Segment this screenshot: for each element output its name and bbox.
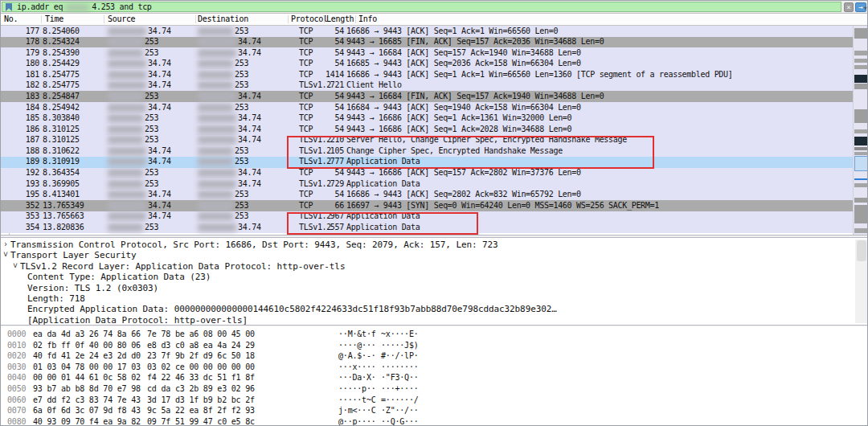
scrollbar-mark — [854, 75, 868, 83]
hex-row[interactable]: 003001 03 04 78 00 00 17 0303 02 ce 00 0… — [1, 363, 853, 374]
cell-length: 54 — [309, 37, 344, 46]
cell-length: 721 — [309, 80, 344, 89]
col-protocol[interactable]: Protocol — [291, 14, 328, 23]
expand-expanded-icon[interactable]: ˅ — [13, 261, 18, 271]
hex-row[interactable]: 002040 fd 41 2e 24 e3 2d d023 7f 9b 2f d… — [1, 351, 853, 363]
col-info[interactable]: Info — [358, 14, 377, 23]
details-scrollbar[interactable] — [855, 240, 868, 323]
col-length[interactable]: Length — [326, 14, 354, 23]
cell-source: 34.74 — [108, 59, 171, 68]
packet-list[interactable]: 1778.25406034.74253TCP5416686 → 9443 [AC… — [1, 26, 853, 235]
hex-bytes: cd da c3 2b 89 e3 02 96 — [147, 384, 255, 393]
detail-text: Transport Layer Security — [10, 250, 137, 260]
packet-row-187[interactable]: 1878.31012525334.74TLSv1.2210Server Hell… — [1, 135, 853, 146]
hex-row[interactable]: 004000 00 01 44 61 0c 58 02f4 22 46 33 d… — [1, 373, 853, 384]
cell-length: 54 — [309, 103, 344, 112]
redacted-ip — [198, 169, 236, 177]
col-time[interactable]: Time — [45, 14, 63, 23]
redacted-ip — [108, 136, 143, 144]
cell-no: 192 — [1, 168, 39, 177]
expand-expanded-icon[interactable]: ˅ — [3, 250, 8, 260]
packet-row-180[interactable]: 1808.25442934.74253TCP5416685 → 9443 [AC… — [1, 59, 853, 70]
detail-line[interactable]: Content Type: Application Data (23) — [1, 272, 853, 282]
packet-row-192[interactable]: 1928.36435425334.74TCP549443 → 16686 [AC… — [1, 168, 853, 179]
hex-ascii: ··Q·G··· — [381, 417, 419, 426]
filter-dropdown-icon[interactable]: ▼ — [864, 5, 867, 10]
expand-collapsed-icon[interactable]: › — [3, 240, 8, 248]
cell-source: 34.74 — [108, 27, 171, 35]
col-destination[interactable]: Destination — [198, 14, 248, 23]
packet-row-352[interactable]: 35213.76534934.74253TCP6616697 → 9443 [S… — [1, 200, 853, 211]
detail-line[interactable]: Version: TLS 1.2 (0x0303) — [1, 283, 853, 293]
detail-line[interactable]: [Application Data Protocol: http-over-tl… — [1, 315, 853, 325]
detail-text: [Application Data Protocol: http-over-tl… — [27, 315, 248, 325]
detail-line[interactable]: Length: 718 — [1, 293, 853, 304]
cell-source: 34.74 — [108, 146, 171, 155]
detail-text: TLSv1.2 Record Layer: Application Data P… — [20, 261, 345, 272]
packet-row-186[interactable]: 1868.31012525334.74TCP549443 → 16686 [AC… — [1, 124, 853, 135]
packet-row-353[interactable]: 35313.76566334.74253TLSv1.2967Applicatio… — [1, 211, 853, 223]
packet-row-193[interactable]: 1938.36990525334.74TLSv1.2729Application… — [1, 178, 853, 190]
cell-source: 253 — [108, 179, 158, 188]
packet-details-pane[interactable]: ›Transmission Control Protocol, Src Port… — [1, 238, 868, 325]
cell-length: 54 — [309, 92, 344, 100]
col-source[interactable]: Source — [108, 14, 135, 23]
cell-no: 182 — [1, 80, 39, 89]
hex-ascii: ···Da·X· — [338, 373, 376, 382]
cell-time: 8.310125 — [43, 135, 80, 144]
packet-row-181[interactable]: 1818.25477534.74253TCP141416686 → 9443 [… — [1, 69, 853, 80]
cell-info: 9443 → 16686 [ACK] Seq=1 Ack=2028 Win=34… — [346, 125, 571, 133]
packet-row-184[interactable]: 1848.25494234.74253TCP5416684 → 9443 [AC… — [1, 102, 853, 113]
cell-destination: 34.74 — [198, 113, 261, 122]
cell-no: 187 — [1, 135, 39, 144]
detail-line[interactable]: ›Transmission Control Protocol, Src Port… — [1, 240, 853, 250]
packet-row-179[interactable]: 1798.25439025334.74TCP549443 → 16684 [AC… — [1, 47, 853, 59]
detail-line[interactable]: Encrypted Application Data: 000000000000… — [1, 304, 853, 314]
detail-line[interactable]: ˅TLSv1.2 Record Layer: Application Data … — [1, 261, 853, 272]
scrollbar-mark — [854, 109, 868, 123]
packet-row-178[interactable]: 1788.25432425334.74TCP549443 → 16685 [FI… — [1, 37, 853, 48]
cell-time: 8.413401 — [43, 190, 80, 199]
cell-info: 16685 → 9443 [ACK] Seq=2036 Ack=158 Win=… — [346, 59, 581, 68]
hex-row[interactable]: 00706a 0f 6d 3c 07 9d f8 439c 5a 22 ea 8… — [1, 406, 853, 417]
cell-info: 9443 → 16684 [FIN, ACK] Seq=157 Ack=1940… — [346, 92, 604, 100]
hex-ascii: ········ — [381, 363, 419, 371]
hex-offset: 0050 — [7, 384, 26, 393]
detail-text: Transmission Control Protocol, Src Port:… — [10, 240, 498, 250]
cell-info: 16686 → 9443 [ACK] Seq=1 Ack=1 Win=66560… — [346, 70, 733, 79]
display-filter-input[interactable]: ip.addr eq4.253 and tcp — [2, 2, 841, 12]
cell-time: 8.254429 — [43, 59, 80, 68]
packet-row-189[interactable]: 1898.31091934.74253TLSv1.2777Application… — [1, 157, 853, 168]
packet-bytes-pane[interactable]: 0000ea da 4d a3 26 74 8a 667e 78 be a6 0… — [1, 326, 868, 426]
redacted-ip — [198, 147, 233, 155]
cell-time: 8.254775 — [43, 70, 80, 79]
hex-bytes: 23 7f 9b 2f d9 6c 50 18 — [147, 351, 255, 360]
clear-filter-button[interactable]: × — [844, 2, 854, 12]
redacted-ip — [108, 49, 143, 57]
packet-row-185[interactable]: 1858.30384025334.74TCP549443 → 16686 [AC… — [1, 113, 853, 125]
packet-row-195[interactable]: 1958.41340134.74253TCP5416686 → 9443 [AC… — [1, 190, 853, 201]
detail-line[interactable]: ˅Transport Layer Security — [1, 250, 853, 260]
packet-row-354[interactable]: 35413.82083625334.74TLSv1.2557Applicatio… — [1, 222, 853, 233]
cell-no: 353 — [1, 211, 39, 220]
hex-ascii: ···+···· — [381, 384, 419, 393]
redacted-ip — [108, 212, 146, 220]
cell-info: Application Data — [346, 179, 420, 188]
col-no[interactable]: No. — [4, 14, 18, 23]
scrollbar-mark — [854, 137, 868, 145]
packet-list-scrollbar[interactable] — [853, 26, 868, 235]
hex-ascii: ···x···· — [338, 363, 376, 371]
hex-row[interactable]: 005093 b7 ab b8 8d 70 e7 98cd da c3 2b 8… — [1, 384, 853, 395]
packet-row-188[interactable]: 1888.31062234.74253TLSv1.2105Change Ciph… — [1, 145, 853, 157]
packet-row-182[interactable]: 1828.25477534.74253TLSv1.2721Client Hell… — [1, 80, 853, 92]
hex-row[interactable]: 008040 93 09 70 f4 ea 9a 8209 7f 51 99 4… — [1, 417, 853, 426]
packet-row-183[interactable]: 1838.25484725334.74TCP549443 → 16684 [FI… — [1, 91, 853, 102]
bookmark-icon[interactable] — [6, 3, 12, 11]
details-scrollbar-thumb[interactable] — [857, 240, 866, 261]
cell-time: 8.254775 — [43, 80, 80, 89]
packet-row-177[interactable]: 1778.25406034.74253TCP5416686 → 9443 [AC… — [1, 26, 853, 37]
detail-text: Encrypted Application Data: 000000000000… — [27, 304, 557, 314]
hex-row[interactable]: 0000ea da 4d a3 26 74 8a 667e 78 be a6 0… — [1, 330, 853, 341]
hex-row[interactable]: 001002 fb ff 0f 40 00 80 06e8 d3 c0 a8 e… — [1, 341, 853, 352]
hex-row[interactable]: 0060e7 dd f2 c3 83 74 7e 433d 17 d3 1f b… — [1, 395, 853, 407]
